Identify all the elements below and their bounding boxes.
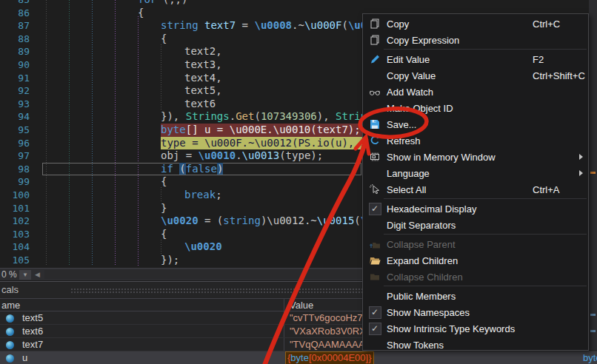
line-number: 96 bbox=[0, 137, 30, 150]
line-number: 103 bbox=[0, 228, 30, 241]
menu-item-label: Add Watch bbox=[387, 87, 433, 98]
menu-item-label: Save... bbox=[387, 119, 416, 130]
menu-item-make-object-id[interactable]: Make Object ID bbox=[363, 100, 588, 116]
zoom-dropdown-button[interactable]: ▾ bbox=[19, 270, 31, 280]
checkmark-icon: ✓ bbox=[369, 323, 381, 335]
code-text: text4, bbox=[184, 72, 222, 85]
code-text: for (;;) bbox=[138, 0, 187, 7]
checkmark-icon: ✓ bbox=[369, 306, 381, 319]
code-text: \u0020 bbox=[184, 240, 222, 254]
variable-value: "cvTTv6gocoHz7Kz bbox=[290, 312, 374, 323]
code-text: break; bbox=[184, 189, 222, 202]
menu-item-label: Edit Value bbox=[387, 54, 430, 65]
code-text: { bbox=[161, 228, 167, 241]
menu-item-label: Show Intrinsic Type Keywords bbox=[387, 323, 515, 334]
expand-children-icon bbox=[367, 253, 382, 268]
scroll-left-icon[interactable]: ◀ bbox=[35, 270, 40, 280]
context-menu: CopyCtrl+CCopy ExpressionEdit ValueF2Cop… bbox=[362, 13, 589, 351]
menu-item-label: Show Namespaces bbox=[387, 307, 470, 318]
code-text: \u0020 = (string)\u0012.~\u0015(\u0 bbox=[161, 215, 379, 228]
select-all-icon bbox=[367, 182, 382, 197]
column-header-value[interactable]: Value bbox=[290, 300, 313, 311]
refresh-icon bbox=[367, 133, 382, 148]
glasses-icon bbox=[367, 84, 382, 99]
menu-item-refresh[interactable]: Refresh bbox=[363, 132, 588, 149]
menu-item-label: Copy Expression bbox=[387, 35, 459, 46]
code-text: if (false) bbox=[161, 163, 223, 176]
code-text: string text7 = \u0008.~\u000F(\u000 bbox=[161, 19, 379, 33]
line-number: 102 bbox=[0, 215, 30, 228]
menu-item-show-intrinsic-type-keywords[interactable]: ✓Show Intrinsic Type Keywords bbox=[363, 320, 588, 337]
menu-item-label: Language bbox=[387, 168, 430, 179]
menu-item-copy[interactable]: CopyCtrl+C bbox=[363, 16, 588, 32]
line-number: 92 bbox=[0, 84, 30, 98]
menu-item-collapse-children: Collapse Children bbox=[363, 269, 588, 285]
code-text: text5, bbox=[184, 84, 222, 98]
menu-item-label: Copy bbox=[387, 18, 409, 30]
variable-name: u bbox=[22, 352, 27, 363]
line-number: 93 bbox=[0, 98, 30, 111]
locals-title[interactable]: cals bbox=[1, 284, 19, 295]
code-text: }), Strings.Get(107349306), Strings bbox=[161, 110, 379, 124]
variable-icon bbox=[6, 354, 14, 363]
variable-type: byte bbox=[583, 352, 597, 363]
menu-shortcut: Ctrl+Shift+C bbox=[533, 70, 585, 81]
menu-item-label: Collapse Parent bbox=[387, 239, 456, 250]
menu-item-copy-value[interactable]: Copy ValueCtrl+Shift+C bbox=[363, 67, 588, 84]
line-number: 97 bbox=[0, 149, 30, 163]
line-number: 104 bbox=[0, 240, 30, 254]
menu-item-collapse-parent: Collapse Parent bbox=[363, 236, 588, 252]
line-number: 100 bbox=[0, 189, 30, 202]
variable-icon bbox=[6, 328, 14, 336]
scrollbar-mark bbox=[590, 314, 596, 316]
menu-item-label: Copy Value bbox=[387, 70, 436, 81]
line-number: 105 bbox=[0, 254, 30, 267]
menu-item-label: Hexadecimal Display bbox=[387, 203, 476, 215]
code-text: type = \u000F.~\u0012(PS.io(u), Str bbox=[161, 137, 379, 150]
menu-item-show-namespaces[interactable]: ✓Show Namespaces bbox=[363, 304, 588, 320]
menu-item-label: Collapse Children bbox=[387, 272, 463, 283]
copy-icon bbox=[367, 16, 382, 31]
menu-item-add-watch[interactable]: Add Watch bbox=[363, 84, 588, 100]
menu-shortcut: Ctrl+A bbox=[533, 184, 559, 195]
line-number: 87 bbox=[0, 19, 30, 33]
menu-item-label: Public Members bbox=[387, 291, 456, 302]
memory-icon bbox=[367, 149, 382, 164]
locals-row-u[interactable]: u{byte[0x00004E00]}byte bbox=[0, 351, 597, 364]
submenu-arrow-icon bbox=[579, 154, 583, 160]
scrollbar-mark bbox=[590, 172, 596, 174]
line-number: 99 bbox=[0, 175, 30, 189]
menu-item-digit-separators[interactable]: Digit Separators bbox=[363, 217, 588, 233]
copy-icon bbox=[367, 33, 382, 47]
variable-icon bbox=[6, 314, 14, 323]
code-text: }); bbox=[161, 254, 179, 267]
menu-item-show-tokens[interactable]: Show Tokens bbox=[363, 337, 588, 353]
save-icon bbox=[367, 117, 382, 132]
menu-item-select-all[interactable]: Select AllCtrl+A bbox=[363, 181, 588, 198]
zoom-level: 0 % bbox=[1, 269, 17, 280]
code-text: obj = \u0010.\u0013(type); bbox=[161, 149, 323, 163]
code-text: { bbox=[138, 7, 144, 20]
menu-item-hexadecimal-display[interactable]: ✓Hexadecimal Display bbox=[363, 200, 588, 217]
menu-shortcut: Ctrl+C bbox=[533, 18, 560, 30]
code-text: text2, bbox=[184, 45, 222, 58]
pencil-icon bbox=[367, 52, 382, 67]
menu-item-public-members[interactable]: Public Members bbox=[363, 288, 588, 304]
menu-item-edit-value[interactable]: Edit ValueF2 bbox=[363, 51, 588, 67]
menu-item-language[interactable]: Language bbox=[363, 165, 588, 181]
vs-debugger-screen: 85for (;;)86{87string text7 = \u0008.~\u… bbox=[0, 0, 597, 364]
checkmark-icon: ✓ bbox=[369, 203, 381, 215]
line-number: 90 bbox=[0, 58, 30, 72]
editor-scrollbar[interactable] bbox=[589, 0, 597, 350]
menu-item-label: Show in Memory Window bbox=[387, 152, 496, 163]
menu-item-expand-children[interactable]: Expand Children bbox=[363, 252, 588, 269]
menu-item-show-in-memory-window[interactable]: Show in Memory Window bbox=[363, 149, 588, 165]
line-number: 95 bbox=[0, 124, 30, 137]
menu-item-label: Make Object ID bbox=[387, 103, 453, 114]
variable-value: "TVqQAAMAAAAE bbox=[290, 339, 371, 350]
column-header-name[interactable]: ame bbox=[1, 300, 20, 311]
menu-item-copy-expression[interactable]: Copy Expression bbox=[363, 32, 588, 48]
code-text: byte[] u = \u000E.\u0010(text7); bbox=[161, 124, 361, 137]
menu-shortcut: F2 bbox=[533, 54, 544, 65]
menu-item-save[interactable]: Save... bbox=[363, 116, 588, 132]
